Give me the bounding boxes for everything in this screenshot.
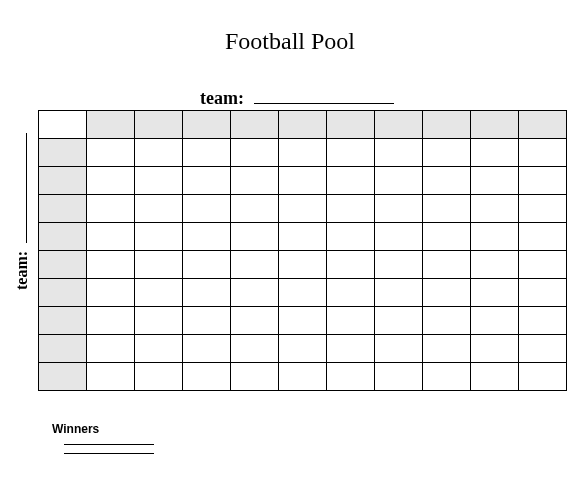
pool-cell[interactable] xyxy=(423,223,471,251)
pool-cell[interactable] xyxy=(519,363,567,391)
pool-cell[interactable] xyxy=(231,195,279,223)
pool-cell[interactable] xyxy=(327,335,375,363)
pool-cell[interactable] xyxy=(183,111,231,139)
pool-cell[interactable] xyxy=(135,167,183,195)
pool-cell[interactable] xyxy=(231,363,279,391)
pool-cell[interactable] xyxy=(423,279,471,307)
pool-cell[interactable] xyxy=(279,335,327,363)
pool-cell[interactable] xyxy=(39,335,87,363)
pool-cell[interactable] xyxy=(183,251,231,279)
pool-cell[interactable] xyxy=(375,363,423,391)
pool-cell[interactable] xyxy=(519,111,567,139)
pool-cell[interactable] xyxy=(183,335,231,363)
pool-cell[interactable] xyxy=(471,307,519,335)
pool-cell[interactable] xyxy=(279,251,327,279)
pool-cell[interactable] xyxy=(327,223,375,251)
pool-cell[interactable] xyxy=(135,111,183,139)
pool-cell[interactable] xyxy=(87,167,135,195)
pool-cell[interactable] xyxy=(87,223,135,251)
pool-cell[interactable] xyxy=(39,111,87,139)
pool-cell[interactable] xyxy=(279,195,327,223)
pool-cell[interactable] xyxy=(423,335,471,363)
pool-cell[interactable] xyxy=(471,139,519,167)
pool-cell[interactable] xyxy=(135,279,183,307)
pool-cell[interactable] xyxy=(231,139,279,167)
pool-cell[interactable] xyxy=(39,195,87,223)
pool-cell[interactable] xyxy=(87,279,135,307)
pool-cell[interactable] xyxy=(519,139,567,167)
pool-cell[interactable] xyxy=(375,139,423,167)
pool-cell[interactable] xyxy=(471,363,519,391)
pool-cell[interactable] xyxy=(183,223,231,251)
pool-cell[interactable] xyxy=(375,307,423,335)
pool-cell[interactable] xyxy=(279,139,327,167)
pool-cell[interactable] xyxy=(471,251,519,279)
pool-cell[interactable] xyxy=(87,251,135,279)
pool-cell[interactable] xyxy=(231,251,279,279)
pool-cell[interactable] xyxy=(327,139,375,167)
pool-cell[interactable] xyxy=(471,223,519,251)
pool-cell[interactable] xyxy=(375,279,423,307)
pool-cell[interactable] xyxy=(87,195,135,223)
pool-cell[interactable] xyxy=(327,363,375,391)
pool-cell[interactable] xyxy=(135,251,183,279)
pool-cell[interactable] xyxy=(39,223,87,251)
pool-cell[interactable] xyxy=(519,223,567,251)
pool-cell[interactable] xyxy=(39,139,87,167)
pool-cell[interactable] xyxy=(87,139,135,167)
pool-cell[interactable] xyxy=(375,111,423,139)
pool-cell[interactable] xyxy=(471,111,519,139)
team-top-blank-line[interactable] xyxy=(254,87,394,104)
winner-line-1[interactable] xyxy=(64,436,154,445)
pool-cell[interactable] xyxy=(135,363,183,391)
pool-cell[interactable] xyxy=(231,167,279,195)
pool-cell[interactable] xyxy=(471,335,519,363)
pool-cell[interactable] xyxy=(279,167,327,195)
pool-cell[interactable] xyxy=(183,167,231,195)
pool-cell[interactable] xyxy=(327,307,375,335)
pool-cell[interactable] xyxy=(231,307,279,335)
pool-cell[interactable] xyxy=(279,223,327,251)
pool-cell[interactable] xyxy=(519,335,567,363)
pool-cell[interactable] xyxy=(471,279,519,307)
pool-cell[interactable] xyxy=(39,251,87,279)
pool-cell[interactable] xyxy=(375,335,423,363)
pool-cell[interactable] xyxy=(327,111,375,139)
pool-cell[interactable] xyxy=(423,307,471,335)
pool-cell[interactable] xyxy=(375,223,423,251)
pool-cell[interactable] xyxy=(519,251,567,279)
pool-cell[interactable] xyxy=(327,195,375,223)
pool-cell[interactable] xyxy=(135,335,183,363)
pool-cell[interactable] xyxy=(183,139,231,167)
pool-cell[interactable] xyxy=(423,167,471,195)
pool-cell[interactable] xyxy=(471,167,519,195)
pool-cell[interactable] xyxy=(423,363,471,391)
pool-cell[interactable] xyxy=(327,167,375,195)
pool-cell[interactable] xyxy=(519,279,567,307)
pool-cell[interactable] xyxy=(423,111,471,139)
pool-cell[interactable] xyxy=(231,111,279,139)
pool-cell[interactable] xyxy=(39,363,87,391)
pool-cell[interactable] xyxy=(519,307,567,335)
pool-cell[interactable] xyxy=(135,223,183,251)
pool-cell[interactable] xyxy=(279,363,327,391)
pool-cell[interactable] xyxy=(471,195,519,223)
pool-cell[interactable] xyxy=(519,167,567,195)
pool-cell[interactable] xyxy=(375,167,423,195)
pool-cell[interactable] xyxy=(519,195,567,223)
winner-line-2[interactable] xyxy=(64,445,154,454)
pool-cell[interactable] xyxy=(87,363,135,391)
pool-cell[interactable] xyxy=(279,307,327,335)
pool-cell[interactable] xyxy=(135,307,183,335)
pool-cell[interactable] xyxy=(87,111,135,139)
pool-cell[interactable] xyxy=(375,195,423,223)
pool-cell[interactable] xyxy=(231,223,279,251)
pool-cell[interactable] xyxy=(39,167,87,195)
pool-cell[interactable] xyxy=(327,251,375,279)
team-left-blank-line[interactable] xyxy=(12,133,27,243)
pool-cell[interactable] xyxy=(87,307,135,335)
pool-cell[interactable] xyxy=(375,251,423,279)
pool-cell[interactable] xyxy=(279,111,327,139)
pool-cell[interactable] xyxy=(183,307,231,335)
pool-cell[interactable] xyxy=(423,195,471,223)
